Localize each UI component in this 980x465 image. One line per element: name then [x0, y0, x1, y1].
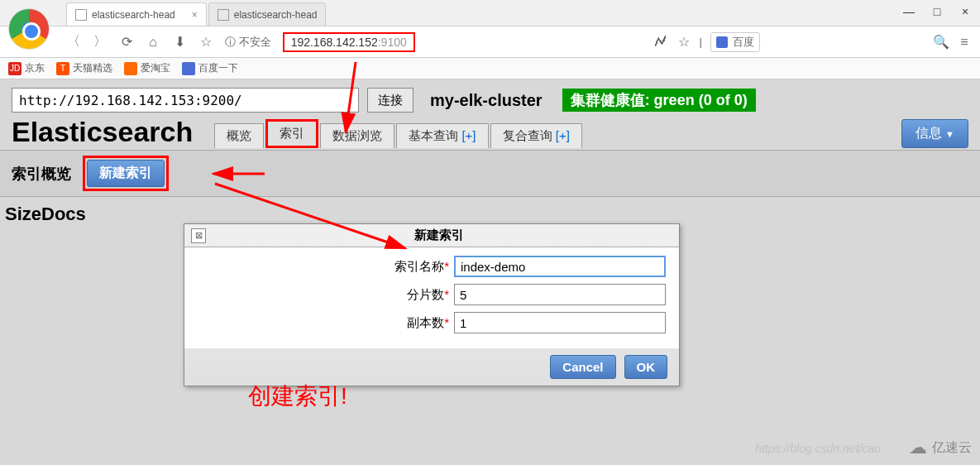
maximize-icon[interactable]: □	[929, 5, 945, 18]
new-index-dialog: ⊠ 新建索引 索引名称* 分片数* 副本数* Cancel OK	[184, 223, 680, 386]
minimize-icon[interactable]: —	[901, 5, 917, 18]
yisu-logo: ☁ 亿速云	[909, 437, 972, 458]
annotation-text: 创建索引!	[248, 381, 347, 412]
shards-input[interactable]	[454, 284, 666, 305]
close-icon[interactable]: ×	[192, 9, 198, 21]
download-icon[interactable]: ⬇	[172, 35, 187, 50]
subtoolbar-title: 索引概览	[12, 164, 71, 184]
index-name-label: 索引名称*	[198, 259, 454, 275]
info-button[interactable]: 信息▼	[901, 119, 968, 148]
browser-tab-strip: elasticsearch-head × elasticsearch-head …	[0, 0, 980, 26]
menu-icon[interactable]: ≡	[957, 35, 972, 50]
page-icon	[218, 9, 229, 21]
tab-basic-query[interactable]: 基本查询 [+]	[396, 123, 488, 148]
reload-icon[interactable]: ⟳	[119, 35, 134, 50]
close-icon[interactable]: ×	[957, 5, 973, 18]
tab-title: elasticsearch-head	[234, 9, 318, 21]
cancel-button[interactable]: Cancel	[550, 355, 615, 379]
forward-icon[interactable]: 〉	[93, 35, 108, 50]
security-indicator: ⓘ 不安全	[225, 35, 271, 50]
watermark: https://blog.csdn.net/cao	[755, 442, 881, 455]
bookmark-jd[interactable]: JD京东	[8, 61, 45, 75]
window-controls: — □ ×	[901, 5, 973, 18]
home-icon[interactable]: ⌂	[146, 35, 160, 50]
index-name-input[interactable]	[454, 256, 666, 277]
baidu-icon	[716, 36, 728, 48]
dialog-close-icon[interactable]: ⊠	[191, 228, 206, 243]
connection-url-input[interactable]	[12, 88, 359, 113]
chevron-down-icon: ▼	[945, 129, 954, 139]
ok-button[interactable]: OK	[624, 355, 668, 379]
chrome-logo-icon	[8, 8, 50, 50]
address-bar: 〈 〉 ⟳ ⌂ ⬇ ☆ ⓘ 不安全 192.168.142.152:9100 🗲…	[0, 26, 980, 58]
browser-tab-inactive[interactable]: elasticsearch-head	[208, 2, 327, 26]
tab-indices[interactable]: 索引	[265, 119, 318, 148]
back-icon[interactable]: 〈	[66, 35, 81, 50]
browser-tab-active[interactable]: elasticsearch-head ×	[66, 2, 207, 26]
replicas-input[interactable]	[454, 312, 666, 333]
search-icon[interactable]: 🔍	[934, 35, 949, 50]
tab-browse[interactable]: 数据浏览	[320, 123, 394, 148]
app-title: Elasticsearch	[12, 116, 193, 148]
tab-compound-query[interactable]: 复合查询 [+]	[490, 123, 582, 148]
cluster-health-badge: 集群健康值: green (0 of 0)	[562, 89, 756, 112]
bookmark-baidu[interactable]: 百度一下	[182, 61, 238, 75]
search-input[interactable]: 百度	[710, 32, 760, 52]
subtoolbar: 索引概览 新建索引	[0, 150, 980, 197]
replicas-label: 副本数*	[198, 315, 454, 331]
star-icon[interactable]: ☆	[198, 35, 213, 50]
url-input[interactable]: 192.168.142.152:9100	[283, 32, 415, 52]
dialog-title: 新建索引	[206, 228, 672, 243]
new-index-button[interactable]: 新建索引	[87, 160, 165, 187]
bookmark-tmall[interactable]: T天猫精选	[56, 61, 112, 75]
cloud-icon: ☁	[909, 437, 927, 458]
connect-button[interactable]: 连接	[367, 88, 414, 113]
info-icon: ⓘ	[225, 36, 236, 48]
page-icon	[75, 9, 87, 21]
bookmark-aitao[interactable]: 爱淘宝	[124, 61, 170, 75]
cluster-name: my-elk-cluster	[430, 91, 543, 110]
shards-label: 分片数*	[198, 287, 454, 303]
tab-overview[interactable]: 概览	[214, 123, 264, 148]
bookmarks-bar: JD京东 T天猫精选 爱淘宝 百度一下	[0, 58, 980, 79]
tab-title: elasticsearch-head	[92, 9, 175, 21]
flash-icon[interactable]: 🗲	[653, 35, 668, 50]
bookmark-star-icon[interactable]: ☆	[676, 35, 691, 50]
